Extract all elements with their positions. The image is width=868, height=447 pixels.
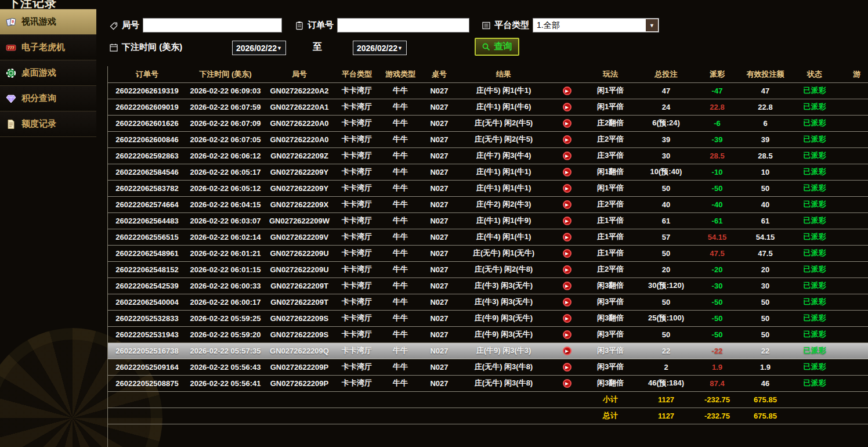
result-cell: 庄(牛9) 闲3(牛3) — [457, 343, 550, 359]
platform-cell: 卡卡湾厅 — [334, 82, 379, 99]
table-row[interactable]: 260222062556515 2026-02-22 06:02:14 GN02… — [108, 229, 868, 245]
play-result-button[interactable]: ▶ — [563, 86, 572, 95]
table-row[interactable]: 260222062564483 2026-02-22 06:03:07 GN02… — [108, 212, 868, 229]
play-cell: ▶ — [550, 277, 584, 294]
play-result-button[interactable]: ▶ — [563, 298, 572, 307]
play-cell: ▶ — [550, 261, 584, 277]
table-row[interactable]: 260222052516738 2026-02-22 05:57:35 GN02… — [108, 343, 868, 359]
play-result-button[interactable]: ▶ — [563, 347, 572, 355]
play-cell: ▶ — [550, 115, 584, 131]
play-result-button[interactable]: ▶ — [563, 135, 572, 144]
chevron-down-icon[interactable]: ▼ — [646, 19, 658, 31]
summary-total-bet: 1127 — [637, 408, 695, 424]
bet-time-cell: 2026-02-22 06:07:59 — [186, 99, 265, 115]
payout-cell: -50 — [695, 326, 739, 343]
round-no-filter: 局号 — [109, 18, 282, 33]
play-result-button[interactable]: ▶ — [563, 184, 572, 193]
sidebar-item-4[interactable]: 额度记录 — [0, 111, 96, 137]
table-no-cell: N027 — [421, 261, 457, 277]
total-bet-cell: 25(预:100) — [637, 310, 695, 326]
play-result-button[interactable]: ▶ — [563, 379, 572, 388]
play-result-button[interactable]: ▶ — [563, 103, 572, 111]
play-result-button[interactable]: ▶ — [563, 282, 572, 290]
play-cell: ▶ — [550, 326, 584, 343]
ledger-icon — [6, 119, 16, 129]
play-result-button[interactable]: ▶ — [563, 168, 572, 176]
play-result-button[interactable]: ▶ — [563, 249, 572, 258]
bet-time-cell: 2026-02-22 05:56:43 — [186, 359, 265, 375]
table-row[interactable]: 260222062609019 2026-02-22 06:07:59 GN02… — [108, 99, 868, 115]
status-badge: 已派彩 — [791, 359, 838, 375]
platform-cell: 卡卡湾厅 — [334, 164, 379, 180]
payout-cell: 54.15 — [695, 229, 739, 245]
table-row[interactable]: 260222062584546 2026-02-22 06:05:17 GN02… — [108, 164, 868, 180]
round-no-input[interactable] — [143, 18, 282, 33]
payout-cell: 1.9 — [695, 359, 739, 375]
table-row[interactable]: 260222062601626 2026-02-22 06:07:09 GN02… — [108, 115, 868, 131]
table-row[interactable]: 260222062583782 2026-02-22 06:05:12 GN02… — [108, 180, 868, 196]
table-row[interactable]: 260222062619319 2026-02-22 06:09:03 GN02… — [108, 82, 868, 99]
table-row[interactable]: 260222062548961 2026-02-22 06:01:21 GN02… — [108, 245, 868, 261]
play-result-button[interactable]: ▶ — [563, 200, 572, 209]
summary-total-bet: 1127 — [637, 391, 695, 408]
platform-type-select[interactable]: 1.全部 ▼ — [533, 18, 659, 33]
play-method-cell: 闲3翻倍 — [584, 310, 637, 326]
table-row[interactable]: 260222052509164 2026-02-22 05:56:43 GN02… — [108, 359, 868, 375]
game-type-cell: 牛牛 — [379, 196, 421, 212]
platform-cell: 卡卡湾厅 — [334, 147, 379, 164]
sidebar-item-3[interactable]: 积分查询 — [0, 86, 96, 111]
table-row[interactable]: 260222062600846 2026-02-22 06:07:05 GN02… — [108, 131, 868, 147]
query-button[interactable]: 查询 — [475, 38, 519, 56]
result-cell: 庄(牛5) 闲1(牛1) — [457, 82, 550, 99]
table-no-cell: N027 — [421, 115, 457, 131]
play-cell: ▶ — [550, 229, 584, 245]
payout-cell: 47.5 — [695, 245, 739, 261]
platform-cell: 卡卡湾厅 — [334, 375, 379, 391]
play-result-button[interactable]: ▶ — [563, 314, 572, 323]
date-to-picker[interactable]: 2026/02/22 ▼ — [353, 41, 407, 55]
order-no-input[interactable] — [337, 18, 469, 33]
table-row[interactable]: 260222052532833 2026-02-22 05:59:25 GN02… — [108, 310, 868, 326]
summary-label: 小计 — [584, 391, 637, 408]
table-no-cell: N027 — [421, 359, 457, 375]
valid-bet-cell: 30 — [739, 277, 791, 294]
round-id-cell: GN0272622209Q — [265, 343, 334, 359]
table-row[interactable]: 260222062540004 2026-02-22 06:00:17 GN02… — [108, 294, 868, 310]
bet-time-cell: 2026-02-22 06:01:21 — [186, 245, 265, 261]
payout-cell: -40 — [695, 196, 739, 212]
play-result-button[interactable]: ▶ — [563, 233, 572, 241]
payout-cell: 87.4 — [695, 375, 739, 391]
table-row[interactable]: 260222062574664 2026-02-22 06:04:15 GN02… — [108, 196, 868, 212]
bet-time-cell: 2026-02-22 06:03:07 — [186, 212, 265, 229]
play-cell: ▶ — [550, 375, 584, 391]
table-row[interactable]: 260222062592863 2026-02-22 06:06:12 GN02… — [108, 147, 868, 164]
order-id-cell: 260222052532833 — [108, 310, 186, 326]
platform-cell: 卡卡湾厅 — [334, 294, 379, 310]
result-cell: 庄(牛1) 闲1(牛1) — [457, 180, 550, 196]
result-cell: 庄(无牛) 闲2(牛5) — [457, 131, 550, 147]
bet-time-cell: 2026-02-22 06:07:09 — [186, 115, 265, 131]
total-bet-cell: 61 — [637, 212, 695, 229]
sidebar-item-1[interactable]: 777 电子老虎机 — [0, 35, 96, 60]
table-row[interactable]: 260222062548152 2026-02-22 06:01:15 GN02… — [108, 261, 868, 277]
play-result-button[interactable]: ▶ — [563, 265, 572, 274]
table-row[interactable]: 260222052508875 2026-02-22 05:56:41 GN02… — [108, 375, 868, 391]
date-from-picker[interactable]: 2026/02/22 ▼ — [232, 41, 286, 55]
valid-bet-cell: 1.9 — [739, 359, 791, 375]
total-bet-cell: 50 — [637, 326, 695, 343]
round-id-cell: GN0272622209V — [265, 229, 334, 245]
order-id-cell: 260222062583782 — [108, 180, 186, 196]
play-result-button[interactable]: ▶ — [563, 152, 572, 160]
sidebar-item-2[interactable]: 桌面游戏 — [0, 60, 96, 86]
play-result-button[interactable]: ▶ — [563, 119, 572, 128]
play-result-button[interactable]: ▶ — [563, 330, 572, 339]
table-row[interactable]: 260222052531943 2026-02-22 05:59:20 GN02… — [108, 326, 868, 343]
extra-cell — [838, 229, 868, 245]
payout-cell: -30 — [695, 277, 739, 294]
sidebar-item-0[interactable]: 9 视讯游戏 — [0, 9, 96, 35]
round-id-cell: GN0272622209P — [265, 375, 334, 391]
table-row[interactable]: 260222062542539 2026-02-22 06:00:33 GN02… — [108, 277, 868, 294]
play-cell: ▶ — [550, 359, 584, 375]
play-result-button[interactable]: ▶ — [563, 363, 572, 372]
play-result-button[interactable]: ▶ — [563, 217, 572, 225]
